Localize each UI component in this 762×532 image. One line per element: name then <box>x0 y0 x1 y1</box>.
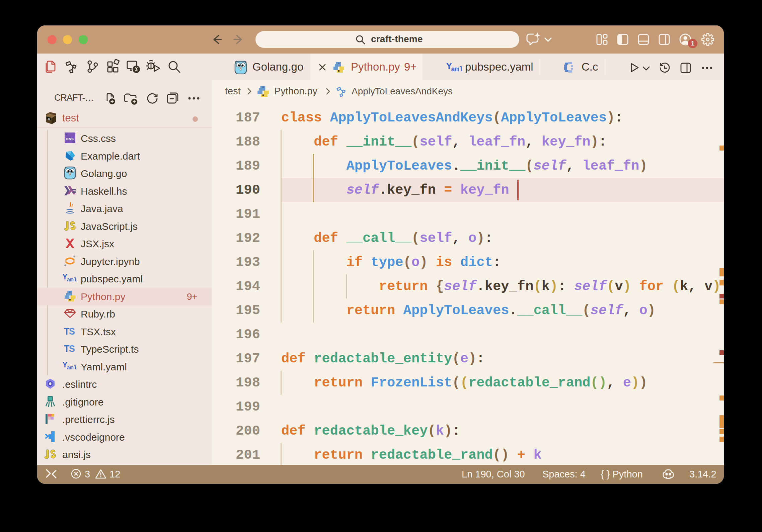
svg-text:aml: aml <box>451 66 462 73</box>
